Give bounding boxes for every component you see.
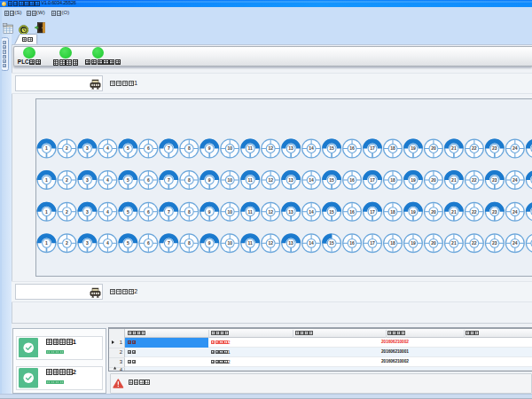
svg-text:14: 14 bbox=[309, 177, 314, 183]
svg-text:23: 23 bbox=[492, 209, 497, 215]
svg-text:3: 3 bbox=[86, 145, 89, 151]
svg-text:17: 17 bbox=[370, 177, 375, 183]
svg-text:3: 3 bbox=[86, 209, 89, 215]
svg-text:17: 17 bbox=[370, 145, 375, 151]
svg-text:21: 21 bbox=[451, 145, 457, 151]
svg-text:24: 24 bbox=[512, 177, 518, 183]
svg-text:15: 15 bbox=[329, 209, 334, 215]
svg-text:5: 5 bbox=[127, 240, 129, 246]
svg-text:10: 10 bbox=[227, 240, 232, 246]
svg-text:18: 18 bbox=[390, 209, 395, 215]
svg-text:13: 13 bbox=[288, 145, 293, 151]
svg-text:13: 13 bbox=[288, 240, 293, 246]
svg-text:2: 2 bbox=[66, 145, 68, 151]
svg-text:16: 16 bbox=[349, 240, 355, 246]
svg-text:2: 2 bbox=[66, 177, 68, 183]
svg-text:24: 24 bbox=[512, 240, 518, 246]
svg-text:9: 9 bbox=[208, 177, 211, 183]
svg-text:2: 2 bbox=[66, 240, 68, 246]
svg-text:22: 22 bbox=[472, 209, 477, 215]
svg-text:11: 11 bbox=[248, 240, 254, 246]
svg-text:17: 17 bbox=[370, 209, 375, 215]
svg-text:7: 7 bbox=[168, 145, 170, 151]
svg-text:6: 6 bbox=[147, 209, 150, 215]
svg-text:21: 21 bbox=[451, 209, 457, 215]
svg-text:4: 4 bbox=[106, 177, 109, 183]
svg-text:9: 9 bbox=[208, 145, 211, 151]
svg-text:22: 22 bbox=[472, 145, 477, 151]
svg-text:9: 9 bbox=[208, 209, 211, 215]
svg-text:3: 3 bbox=[86, 240, 89, 246]
svg-text:8: 8 bbox=[188, 177, 191, 183]
svg-text:20: 20 bbox=[431, 240, 436, 246]
svg-text:8: 8 bbox=[188, 145, 191, 151]
svg-text:17: 17 bbox=[370, 240, 375, 246]
svg-text:6: 6 bbox=[147, 240, 150, 246]
svg-text:1: 1 bbox=[45, 209, 48, 215]
svg-text:20: 20 bbox=[431, 209, 436, 215]
svg-text:16: 16 bbox=[349, 209, 355, 215]
svg-text:7: 7 bbox=[168, 177, 170, 183]
svg-text:11: 11 bbox=[248, 209, 254, 215]
svg-text:24: 24 bbox=[512, 209, 518, 215]
svg-text:11: 11 bbox=[248, 145, 254, 151]
svg-text:7: 7 bbox=[168, 240, 170, 246]
svg-text:18: 18 bbox=[390, 145, 395, 151]
svg-text:21: 21 bbox=[451, 240, 457, 246]
svg-text:15: 15 bbox=[329, 240, 334, 246]
svg-text:19: 19 bbox=[411, 240, 416, 246]
svg-text:16: 16 bbox=[349, 145, 355, 151]
svg-text:19: 19 bbox=[411, 209, 416, 215]
svg-text:7: 7 bbox=[168, 209, 170, 215]
svg-text:12: 12 bbox=[268, 209, 273, 215]
svg-text:3: 3 bbox=[86, 177, 89, 183]
svg-text:4: 4 bbox=[106, 240, 109, 246]
svg-text:12: 12 bbox=[268, 240, 273, 246]
svg-text:14: 14 bbox=[309, 145, 314, 151]
svg-text:1: 1 bbox=[45, 145, 48, 151]
svg-text:18: 18 bbox=[390, 177, 395, 183]
svg-text:16: 16 bbox=[349, 177, 355, 183]
svg-text:23: 23 bbox=[492, 177, 497, 183]
svg-text:1: 1 bbox=[45, 240, 48, 246]
svg-text:9: 9 bbox=[208, 240, 211, 246]
svg-text:23: 23 bbox=[492, 240, 497, 246]
svg-text:5: 5 bbox=[127, 177, 129, 183]
svg-text:14: 14 bbox=[309, 240, 314, 246]
svg-text:12: 12 bbox=[268, 145, 273, 151]
svg-text:22: 22 bbox=[472, 177, 477, 183]
svg-text:23: 23 bbox=[492, 145, 497, 151]
svg-text:10: 10 bbox=[227, 145, 232, 151]
svg-text:10: 10 bbox=[227, 209, 232, 215]
svg-text:8: 8 bbox=[188, 209, 191, 215]
svg-text:20: 20 bbox=[431, 177, 436, 183]
svg-text:6: 6 bbox=[147, 177, 150, 183]
svg-text:10: 10 bbox=[227, 177, 232, 183]
svg-text:6: 6 bbox=[147, 145, 150, 151]
svg-text:15: 15 bbox=[329, 145, 334, 151]
svg-text:21: 21 bbox=[451, 177, 457, 183]
svg-text:15: 15 bbox=[329, 177, 334, 183]
svg-text:1: 1 bbox=[45, 177, 48, 183]
svg-text:19: 19 bbox=[411, 177, 416, 183]
svg-text:18: 18 bbox=[390, 240, 395, 246]
svg-text:24: 24 bbox=[512, 145, 518, 151]
svg-text:8: 8 bbox=[188, 240, 191, 246]
svg-text:4: 4 bbox=[106, 209, 109, 215]
svg-text:11: 11 bbox=[248, 177, 254, 183]
svg-text:5: 5 bbox=[127, 145, 129, 151]
svg-text:19: 19 bbox=[411, 145, 416, 151]
svg-text:5: 5 bbox=[127, 209, 129, 215]
svg-text:2: 2 bbox=[66, 209, 68, 215]
svg-text:13: 13 bbox=[288, 177, 293, 183]
svg-text:12: 12 bbox=[268, 177, 273, 183]
svg-text:14: 14 bbox=[309, 209, 314, 215]
svg-text:4: 4 bbox=[106, 145, 109, 151]
svg-text:22: 22 bbox=[472, 240, 477, 246]
svg-text:13: 13 bbox=[288, 209, 293, 215]
svg-text:20: 20 bbox=[431, 145, 436, 151]
